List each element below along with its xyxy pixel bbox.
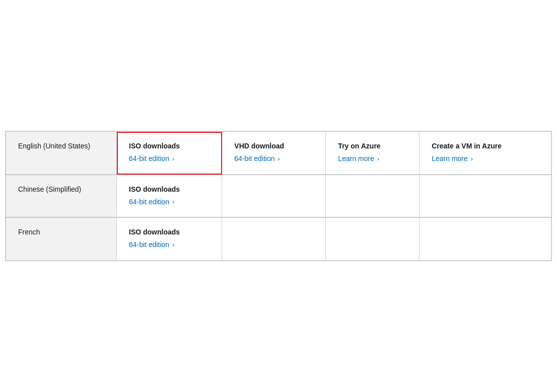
try-on-azure-cell: Try on AzureLearn more› [326, 132, 420, 175]
try-on-azure-cell [326, 175, 420, 218]
vhd-download-cell [222, 217, 326, 260]
chevron-icon: › [172, 241, 174, 250]
vhd-link[interactable]: 64-bit edition› [234, 154, 313, 164]
vm-link-text: Learn more [432, 154, 468, 164]
iso-header: ISO downloads [129, 228, 210, 236]
language-cell: Chinese (Simplified) [6, 175, 117, 218]
iso-downloads-cell: ISO downloads64-bit edition› [117, 217, 222, 260]
chevron-icon: › [377, 154, 379, 164]
iso-header: ISO downloads [129, 142, 210, 150]
iso-link-text: 64-bit edition [129, 197, 169, 207]
iso-link[interactable]: 64-bit edition› [129, 154, 210, 164]
vhd-link-text: 64-bit edition [234, 154, 274, 164]
create-vm-cell [420, 217, 551, 260]
try-on-azure-cell [326, 217, 420, 260]
chevron-icon: › [277, 154, 280, 164]
iso-link-text: 64-bit edition [129, 240, 169, 250]
vm-link[interactable]: Learn more› [432, 154, 539, 164]
chevron-icon: › [172, 154, 174, 164]
iso-downloads-cell: ISO downloads64-bit edition› [117, 132, 222, 175]
vm-header: Create a VM in Azure [432, 142, 539, 150]
chevron-icon: › [471, 154, 473, 164]
downloads-table: English (United States)ISO downloads64-b… [6, 131, 551, 261]
vhd-header: VHD download [234, 142, 313, 150]
iso-link[interactable]: 64-bit edition› [129, 197, 210, 207]
iso-link-text: 64-bit edition [129, 154, 169, 164]
create-vm-cell: Create a VM in AzureLearn more› [420, 132, 551, 175]
iso-downloads-cell: ISO downloads64-bit edition› [117, 175, 222, 218]
azure-link[interactable]: Learn more› [338, 154, 407, 164]
azure-link-text: Learn more [338, 154, 374, 164]
vhd-download-cell [222, 175, 326, 218]
vhd-download-cell: VHD download64-bit edition› [222, 132, 326, 175]
language-cell: French [6, 217, 117, 260]
chevron-icon: › [172, 197, 174, 206]
create-vm-cell [420, 175, 551, 218]
azure-header: Try on Azure [338, 142, 407, 150]
language-cell: English (United States) [6, 132, 117, 175]
iso-link[interactable]: 64-bit edition› [129, 240, 210, 250]
iso-header: ISO downloads [129, 185, 210, 193]
main-container: English (United States)ISO downloads64-b… [5, 131, 552, 261]
